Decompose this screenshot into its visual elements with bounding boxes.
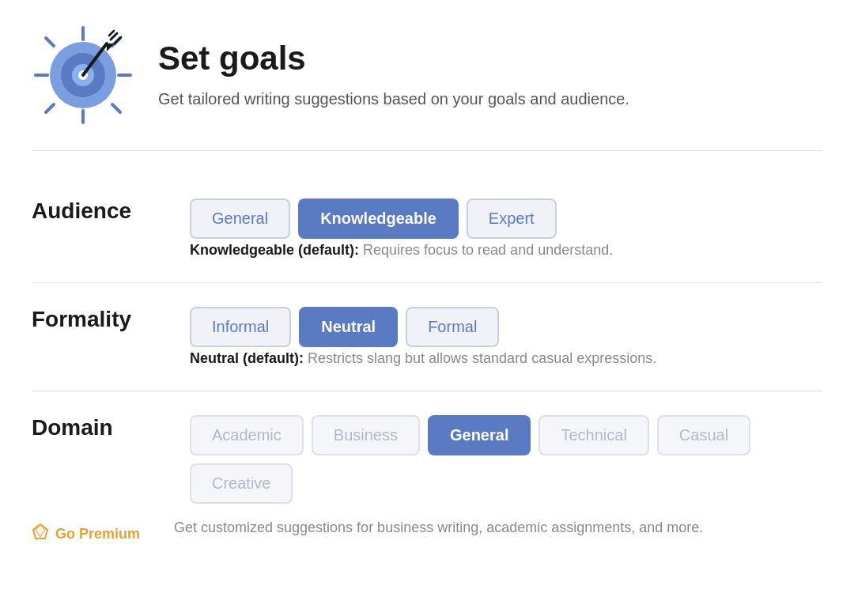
- domain-btn-academic[interactable]: Academic: [190, 415, 304, 455]
- page-title: Set goals: [158, 40, 629, 77]
- svg-line-6: [46, 104, 54, 112]
- domain-label: Domain: [32, 415, 158, 440]
- svg-line-16: [109, 31, 114, 36]
- formality-content: Informal Neutral Formal Neutral (default…: [190, 307, 656, 367]
- page-container: Set goals Get tailored writing suggestio…: [0, 0, 854, 584]
- audience-description: Knowledgeable (default): Requires focus …: [190, 242, 613, 259]
- audience-toggle-group: General Knowledgeable Expert: [190, 198, 613, 239]
- go-premium-label: Go Premium: [55, 526, 140, 542]
- go-premium-button[interactable]: Go Premium: [32, 523, 140, 545]
- header-text: Set goals Get tailored writing suggestio…: [158, 40, 629, 111]
- audience-section: Audience General Knowledgeable Expert Kn…: [32, 175, 822, 283]
- audience-btn-expert[interactable]: Expert: [467, 198, 557, 239]
- formality-section: Formality Informal Neutral Formal Neutra…: [32, 283, 822, 391]
- svg-line-5: [112, 104, 120, 112]
- page-description: Get tailored writing suggestions based o…: [158, 87, 629, 111]
- domain-btn-business[interactable]: Business: [312, 415, 420, 455]
- domain-toggle-group: Academic Business General Technical Casu…: [190, 415, 822, 504]
- formality-btn-neutral[interactable]: Neutral: [299, 307, 398, 347]
- premium-diamond-icon: [32, 523, 49, 545]
- audience-btn-knowledgeable[interactable]: Knowledgeable: [298, 198, 459, 239]
- formality-description: Neutral (default): Restricts slang but a…: [190, 350, 656, 367]
- header-section: Set goals Get tailored writing suggestio…: [32, 24, 822, 151]
- formality-description-rest: Restricts slang but allows standard casu…: [304, 350, 656, 366]
- domain-btn-general[interactable]: General: [428, 415, 531, 455]
- audience-btn-general[interactable]: General: [190, 198, 290, 239]
- domain-btn-casual[interactable]: Casual: [657, 415, 750, 455]
- domain-btn-technical[interactable]: Technical: [538, 415, 648, 455]
- audience-description-rest: Requires focus to read and understand.: [359, 242, 613, 258]
- domain-premium-desc-text: Get customized suggestions for business …: [174, 520, 703, 535]
- audience-description-bold: Knowledgeable (default):: [190, 242, 359, 258]
- domain-premium-description: Get customized suggestions for business …: [174, 520, 822, 536]
- audience-label: Audience: [32, 198, 158, 224]
- formality-label: Formality: [32, 307, 158, 332]
- domain-content: Academic Business General Technical Casu…: [190, 415, 822, 504]
- domain-section: Domain Academic Business General Technic…: [32, 391, 822, 561]
- formality-description-bold: Neutral (default):: [190, 350, 304, 366]
- formality-btn-informal[interactable]: Informal: [190, 307, 291, 347]
- formality-toggle-group: Informal Neutral Formal: [190, 307, 656, 347]
- formality-btn-formal[interactable]: Formal: [406, 307, 499, 347]
- audience-content: General Knowledgeable Expert Knowledgeab…: [190, 198, 613, 259]
- target-icon: [32, 24, 134, 127]
- domain-btn-creative[interactable]: Creative: [190, 463, 293, 504]
- svg-line-4: [46, 38, 54, 46]
